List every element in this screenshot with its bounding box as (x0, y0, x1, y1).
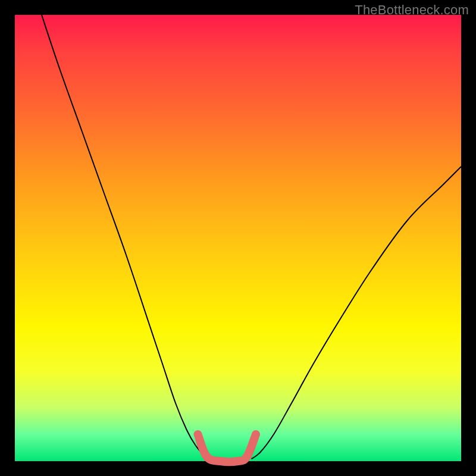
valley-marker (198, 434, 256, 462)
curve-right (252, 167, 462, 459)
curve-left (42, 15, 211, 459)
chart-svg (15, 15, 461, 461)
chart-plot-area (15, 15, 461, 461)
frame: TheBottleneck.com (0, 0, 476, 476)
